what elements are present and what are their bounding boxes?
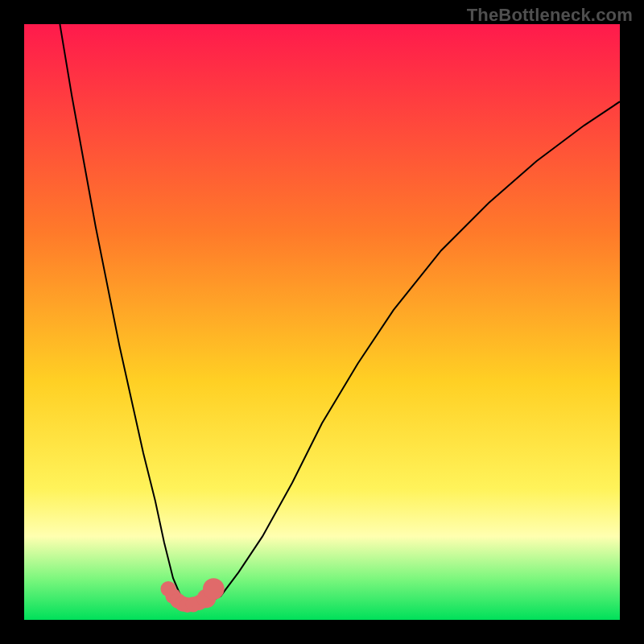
- chart-frame: TheBottleneck.com: [0, 0, 644, 644]
- highlight-marker: [203, 578, 225, 600]
- watermark-text: TheBottleneck.com: [467, 5, 633, 26]
- bottleneck-chart: [24, 24, 620, 620]
- gradient-background: [24, 24, 620, 620]
- plot-area: [24, 24, 620, 620]
